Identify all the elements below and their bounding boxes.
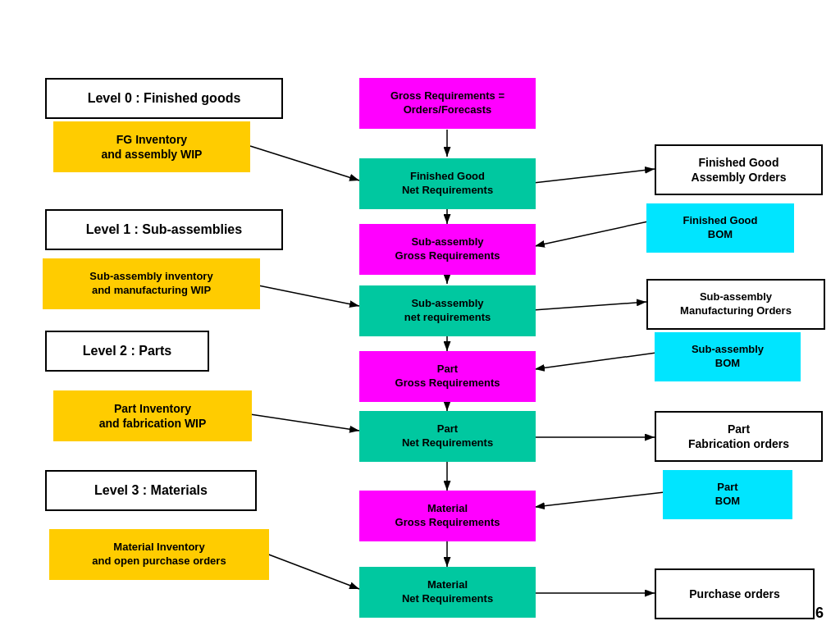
sa-bom-box: Sub-assemblyBOM bbox=[655, 332, 801, 381]
part-net-box: PartNet Requirements bbox=[359, 411, 536, 462]
part-fab-orders-box: PartFabrication orders bbox=[655, 411, 823, 462]
page-number: 6 bbox=[815, 605, 824, 622]
svg-line-17 bbox=[267, 554, 359, 589]
gross-req-top-box: Gross Requirements =Orders/Forecasts bbox=[359, 78, 536, 129]
level0-label: Level 0 : Finished goods bbox=[45, 78, 283, 119]
svg-line-16 bbox=[535, 492, 664, 507]
material-net-box: MaterialNet Requirements bbox=[359, 567, 536, 618]
fg-assembly-orders-box: Finished GoodAssembly Orders bbox=[655, 144, 823, 195]
sa-net-box: Sub-assemblynet requirements bbox=[359, 285, 536, 336]
sa-inventory-box: Sub-assembly inventoryand manufacturing … bbox=[43, 258, 260, 309]
material-gross-box: MaterialGross Requirements bbox=[359, 491, 536, 541]
svg-line-6 bbox=[535, 221, 648, 246]
purchase-orders-box: Purchase orders bbox=[655, 568, 815, 619]
part-bom-box: PartBOM bbox=[663, 470, 792, 519]
svg-line-12 bbox=[250, 414, 359, 431]
level2-label: Level 2 : Parts bbox=[45, 331, 209, 372]
material-inventory-box: Material Inventoryand open purchase orde… bbox=[49, 529, 269, 580]
part-inventory-box: Part Inventoryand fabrication WIP bbox=[53, 390, 252, 441]
svg-line-11 bbox=[535, 353, 656, 369]
fg-bom-box: Finished GoodBOM bbox=[646, 203, 794, 253]
svg-line-7 bbox=[258, 285, 359, 306]
fg-net-box: Finished GoodNet Requirements bbox=[359, 158, 536, 209]
svg-line-2 bbox=[250, 146, 359, 180]
level1-label: Level 1 : Sub-assemblies bbox=[45, 209, 283, 250]
svg-line-9 bbox=[533, 302, 646, 310]
svg-line-4 bbox=[533, 169, 655, 183]
fg-inventory-box: FG Inventoryand assembly WIP bbox=[53, 121, 250, 172]
sa-mfg-orders-box: Sub-assemblyManufacturing Orders bbox=[646, 279, 825, 330]
sa-gross-box: Sub-assemblyGross Requirements bbox=[359, 224, 536, 275]
level3-label: Level 3 : Materials bbox=[45, 470, 257, 511]
diagram-container: Level 0 : Finished goods Level 1 : Sub-a… bbox=[0, 0, 840, 630]
part-gross-box: PartGross Requirements bbox=[359, 351, 536, 402]
